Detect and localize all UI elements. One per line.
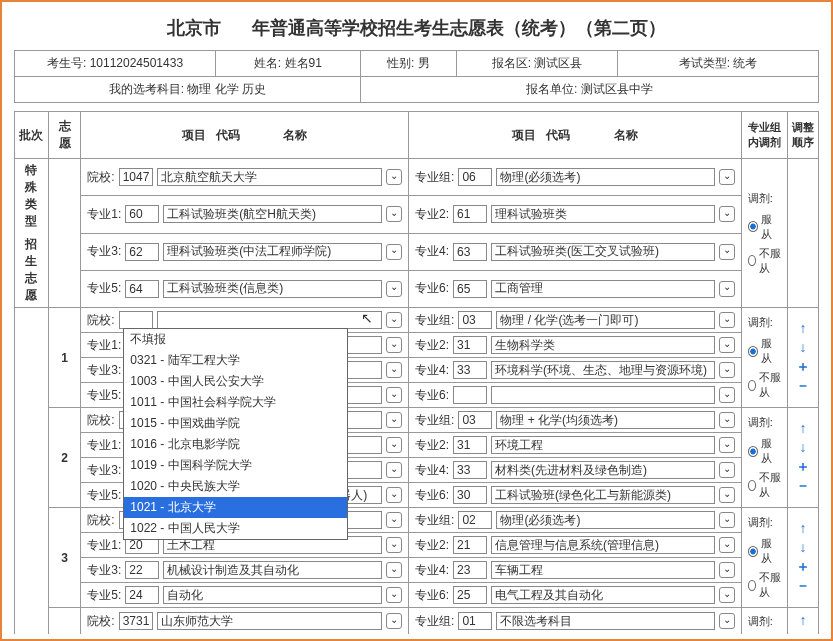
label-school: 院校: — [87, 169, 114, 186]
dropdown-icon[interactable] — [719, 387, 735, 403]
dropdown-icon[interactable] — [386, 412, 402, 428]
dropdown-icon[interactable] — [719, 312, 735, 328]
dropdown-option[interactable]: 1011 - 中国社会科学院大学 — [124, 392, 347, 413]
radio-obey[interactable]: 服从 — [748, 212, 781, 242]
special-wish — [48, 159, 80, 308]
move-down-icon[interactable]: ↓ — [794, 339, 812, 357]
radio-not-obey[interactable]: 不服从 — [748, 246, 781, 276]
subjects-value: 物理 化学 历史 — [187, 81, 266, 98]
exam-type-value: 统考 — [733, 55, 757, 72]
dropdown-icon[interactable] — [719, 412, 735, 428]
move-down-icon[interactable]: ↓ — [794, 539, 812, 557]
radio-not-obey[interactable]: 不服从 — [748, 370, 781, 400]
info-table: 考生号: 10112024501433 姓名: 姓名91 性别: 男 报名区: … — [14, 50, 819, 103]
move-up-icon[interactable]: ↑ — [794, 612, 812, 630]
wish-num: 2 — [48, 408, 80, 508]
add-icon[interactable]: ＋ — [794, 558, 812, 576]
remove-icon[interactable]: － — [794, 477, 812, 495]
unit-value: 测试区县中学 — [581, 81, 653, 98]
remove-icon[interactable]: － — [794, 577, 812, 595]
dropdown-icon[interactable] — [386, 312, 402, 328]
add-icon[interactable]: ＋ — [794, 358, 812, 376]
dropdown-icon[interactable] — [386, 487, 402, 503]
dropdown-option[interactable]: 不填报 — [124, 329, 347, 350]
dropdown-option[interactable]: 1020 - 中央民族大学 — [124, 476, 347, 497]
dropdown-option[interactable]: 1003 - 中国人民公安大学 — [124, 371, 347, 392]
group-req-input[interactable]: 物理(必须选考) — [496, 168, 714, 186]
dropdown-option[interactable]: 1015 - 中国戏曲学院 — [124, 413, 347, 434]
add-icon[interactable]: ＋ — [794, 458, 812, 476]
dropdown-icon[interactable] — [719, 487, 735, 503]
dropdown-icon[interactable] — [719, 169, 735, 185]
dropdown-icon[interactable] — [719, 244, 735, 260]
dropdown-option[interactable]: 1019 - 中国科学院大学 — [124, 455, 347, 476]
dropdown-icon[interactable] — [719, 587, 735, 603]
radio-not-obey[interactable]: 不服从 — [748, 470, 781, 500]
hdr-left: 项目 代码 名称 — [81, 112, 409, 159]
remove-icon[interactable]: － — [794, 377, 812, 395]
gender-value: 男 — [418, 55, 430, 72]
wish-num: 3 — [48, 508, 80, 608]
school-dropdown[interactable]: 不填报0321 - 陆军工程大学1003 - 中国人民公安大学1011 - 中国… — [123, 328, 348, 540]
dropdown-icon[interactable] — [719, 613, 735, 629]
dropdown-option[interactable]: 0321 - 陆军工程大学 — [124, 350, 347, 371]
move-down-icon[interactable]: ↓ — [794, 439, 812, 457]
hdr-adj: 专业组内调剂 — [741, 112, 787, 159]
dropdown-icon[interactable] — [386, 562, 402, 578]
dropdown-icon[interactable] — [386, 337, 402, 353]
dropdown-icon[interactable] — [386, 169, 402, 185]
dropdown-icon[interactable] — [719, 206, 735, 222]
dropdown-icon[interactable] — [719, 337, 735, 353]
adj-label: 调剂: — [748, 191, 781, 206]
hdr-batch: 批次 — [15, 112, 49, 159]
dropdown-icon[interactable] — [386, 613, 402, 629]
dropdown-icon[interactable] — [719, 362, 735, 378]
hdr-right: 项目 代码 名称 — [409, 112, 742, 159]
move-up-icon[interactable]: ↑ — [794, 320, 812, 338]
wish-table: 批次 志愿 项目 代码 名称 项目 代码 名称 专业组内调剂 调整顺序 特殊类型 — [14, 111, 819, 634]
school-name-input[interactable]: 北京航空航天大学 — [157, 168, 382, 186]
move-up-icon[interactable]: ↑ — [794, 520, 812, 538]
page-title: 北京市 年普通高等学校招生考生志愿表（统考）（第二页） — [14, 12, 819, 50]
dropdown-icon[interactable] — [719, 281, 735, 297]
dropdown-icon[interactable] — [719, 512, 735, 528]
school-name-input[interactable] — [157, 311, 382, 329]
dropdown-icon[interactable] — [386, 437, 402, 453]
name-value: 姓名91 — [285, 55, 322, 72]
radio-obey[interactable]: 服从 — [748, 336, 781, 366]
school-code-input[interactable] — [119, 311, 153, 329]
dropdown-icon[interactable] — [386, 281, 402, 297]
dropdown-icon[interactable] — [719, 437, 735, 453]
dropdown-icon[interactable] — [719, 562, 735, 578]
hdr-order: 调整顺序 — [787, 112, 818, 159]
dropdown-icon[interactable] — [386, 462, 402, 478]
dropdown-option[interactable]: 1021 - 北京大学 — [124, 497, 347, 518]
radio-not-obey[interactable]: 不服从 — [748, 570, 781, 600]
special-batch-label: 特殊类型 招生志愿 — [15, 159, 49, 308]
school-code-input[interactable]: 1047 — [119, 168, 154, 186]
dropdown-option[interactable]: 1022 - 中国人民大学 — [124, 518, 347, 539]
dropdown-icon[interactable] — [719, 537, 735, 553]
group-code-input[interactable]: 06 — [458, 168, 492, 186]
wish-num: 1 — [48, 308, 80, 408]
dropdown-icon[interactable] — [386, 512, 402, 528]
dropdown-icon[interactable] — [386, 587, 402, 603]
exam-id-label: 考生号: — [47, 55, 86, 72]
dropdown-icon[interactable] — [386, 387, 402, 403]
hdr-wish: 志愿 — [48, 112, 80, 159]
radio-obey[interactable]: 服从 — [748, 536, 781, 566]
exam-id-value: 10112024501433 — [90, 56, 183, 70]
district-value: 测试区县 — [534, 55, 582, 72]
dropdown-icon[interactable] — [386, 244, 402, 260]
dropdown-option[interactable]: 1016 - 北京电影学院 — [124, 434, 347, 455]
radio-obey[interactable]: 服从 — [748, 436, 781, 466]
move-up-icon[interactable]: ↑ — [794, 420, 812, 438]
dropdown-icon[interactable] — [386, 206, 402, 222]
dropdown-icon[interactable] — [386, 362, 402, 378]
dropdown-icon[interactable] — [719, 462, 735, 478]
dropdown-icon[interactable] — [386, 537, 402, 553]
